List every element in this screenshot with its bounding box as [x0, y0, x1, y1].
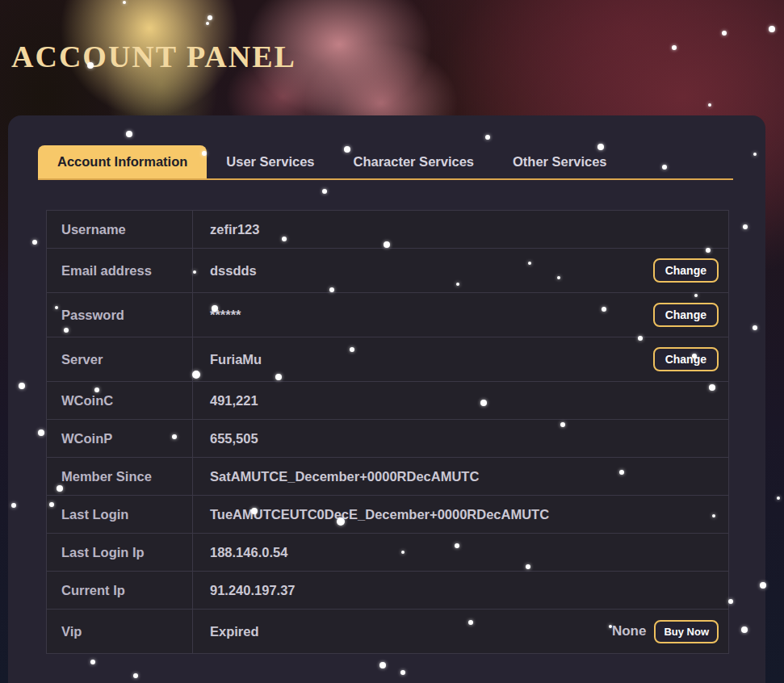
row-label: Server [47, 337, 193, 381]
row-label: Member Since [47, 458, 193, 495]
table-row-wcoinc: WCoinC491,221 [47, 382, 728, 420]
page-title: ACCOUNT PANEL [11, 39, 296, 74]
row-label: Email address [47, 249, 193, 292]
row-value: Expired [210, 624, 612, 639]
table-row-username: Usernamezefir123 [47, 211, 728, 249]
row-value: 188.146.0.54 [210, 545, 719, 560]
tab-account-information[interactable]: Account Information [38, 145, 207, 178]
row-value: 491,221 [210, 393, 719, 409]
row-value-cell: 91.240.197.37 [193, 572, 728, 609]
account-table: Usernamezefir123Email addressdssddsChang… [46, 210, 729, 654]
table-row-current-ip: Current Ip91.240.197.37 [47, 572, 728, 610]
row-actions: Change [653, 258, 719, 283]
row-actions: Change [653, 303, 719, 327]
row-value-cell: TueAMUTCEUTC0DecE_December+0000RDecAMUTC [193, 496, 728, 533]
row-label: Username [47, 211, 193, 248]
table-row-email-address: Email addressdssddsChange [47, 249, 728, 293]
change-button[interactable]: Change [653, 303, 719, 327]
row-actions: Change [653, 347, 719, 371]
tab-bar: Account InformationUser ServicesCharacte… [38, 145, 733, 180]
tab-user-services[interactable]: User Services [207, 145, 333, 178]
table-row-member-since: Member SinceSatAMUTCE_December+0000RDecA… [47, 458, 728, 496]
change-button[interactable]: Change [653, 347, 719, 371]
row-label: Last Login Ip [47, 534, 193, 571]
row-value: TueAMUTCEUTC0DecE_December+0000RDecAMUTC [210, 507, 719, 522]
row-value-cell: 655,505 [193, 420, 728, 457]
row-actions: NoneBuy Now [612, 620, 719, 643]
vip-status-text: None [612, 623, 647, 639]
row-value: 655,505 [210, 431, 719, 446]
row-label: Current Ip [47, 572, 193, 609]
row-value: ****** [210, 308, 653, 323]
row-value-cell: FuriaMuChange [193, 337, 728, 381]
buy-now-button[interactable]: Buy Now [654, 620, 719, 643]
row-value: FuriaMu [210, 352, 653, 367]
row-value: SatAMUTCE_December+0000RDecAMUTC [210, 469, 719, 484]
row-value: 91.240.197.37 [210, 583, 719, 598]
table-row-last-login: Last LoginTueAMUTCEUTC0DecE_December+000… [47, 496, 728, 534]
row-value-cell: 491,221 [193, 382, 728, 419]
row-value-cell: ExpiredNoneBuy Now [193, 610, 728, 653]
tab-character-services[interactable]: Character Services [334, 145, 494, 178]
row-value: zefir123 [210, 222, 719, 237]
row-label: Last Login [47, 496, 193, 533]
table-row-password: Password******Change [47, 293, 728, 337]
row-value-cell: zefir123 [193, 211, 728, 248]
change-button[interactable]: Change [653, 258, 719, 283]
tab-other-services[interactable]: Other Services [493, 145, 626, 178]
table-row-wcoinp: WCoinP655,505 [47, 420, 728, 458]
row-value-cell: 188.146.0.54 [193, 534, 728, 571]
row-label: Vip [47, 610, 193, 653]
row-value-cell: ******Change [193, 293, 728, 337]
table-row-server: ServerFuriaMuChange [47, 337, 728, 382]
row-label: WCoinC [47, 382, 193, 419]
table-row-vip: VipExpiredNoneBuy Now [47, 610, 728, 654]
account-panel: Account InformationUser ServicesCharacte… [8, 115, 765, 683]
table-row-last-login-ip: Last Login Ip188.146.0.54 [47, 534, 728, 572]
row-label: Password [47, 293, 193, 337]
row-value: dssdds [210, 263, 653, 279]
row-label: WCoinP [47, 420, 193, 457]
row-value-cell: SatAMUTCE_December+0000RDecAMUTC [193, 458, 728, 495]
row-value-cell: dssddsChange [193, 249, 728, 292]
